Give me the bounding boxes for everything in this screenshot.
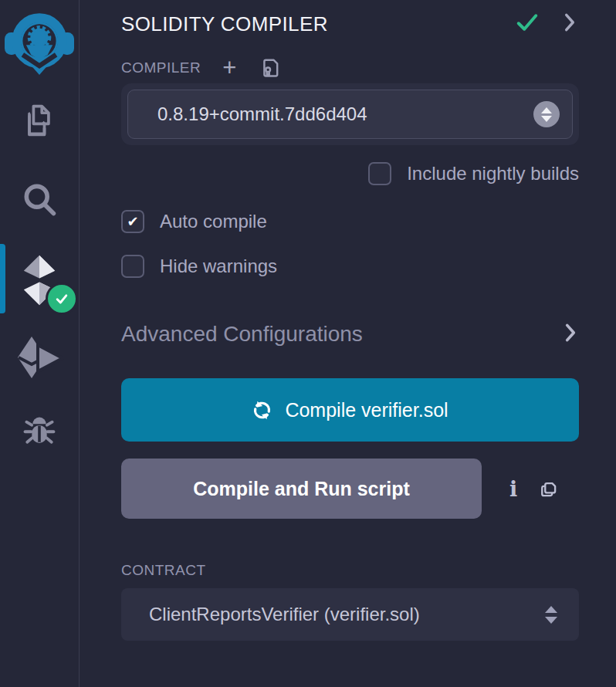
advanced-configurations-toggle[interactable]: Advanced Configurations bbox=[121, 321, 579, 347]
solidity-compiler-icon[interactable] bbox=[10, 250, 69, 310]
debugger-icon[interactable] bbox=[19, 409, 60, 451]
auto-compile-row: ✔ Auto compile bbox=[121, 210, 579, 233]
contract-select-value: ClientReportsVerifier (verifier.sol) bbox=[149, 604, 420, 625]
active-plugin-indicator bbox=[0, 244, 5, 313]
icon-sidebar bbox=[0, 0, 80, 687]
file-explorer-icon[interactable] bbox=[19, 100, 59, 140]
compiler-version-value: 0.8.19+commit.7dd6d404 bbox=[157, 103, 367, 125]
deploy-and-run-icon[interactable] bbox=[15, 337, 64, 380]
include-nightly-checkbox[interactable]: ✔ bbox=[368, 162, 391, 185]
compiler-version-select-wrapper: 0.8.19+commit.7dd6d404 bbox=[121, 83, 579, 145]
copy-icon[interactable] bbox=[537, 477, 560, 500]
compiler-version-select[interactable]: 0.8.19+commit.7dd6d404 bbox=[127, 90, 573, 139]
contract-section-label: CONTRACT bbox=[121, 562, 579, 579]
auto-compile-label[interactable]: Auto compile bbox=[160, 211, 267, 232]
remix-logo[interactable] bbox=[5, 5, 74, 76]
select-arrows-icon bbox=[545, 606, 557, 624]
info-icon[interactable]: i bbox=[509, 477, 517, 501]
include-nightly-label[interactable]: Include nightly builds bbox=[407, 163, 579, 184]
hide-warnings-checkbox[interactable]: ✔ bbox=[121, 255, 144, 278]
refresh-icon bbox=[252, 400, 272, 421]
solidity-compiler-panel: SOLIDITY COMPILER COMPILER + bbox=[80, 0, 616, 687]
compile-button[interactable]: Compile verifier.sol bbox=[121, 378, 579, 442]
compiler-section-label: COMPILER bbox=[121, 59, 201, 76]
compiled-check-icon bbox=[514, 11, 540, 37]
include-nightly-row: ✔ Include nightly builds bbox=[121, 162, 579, 185]
compile-success-badge bbox=[46, 283, 78, 315]
chevron-right-icon bbox=[562, 321, 579, 347]
compiler-section-header: COMPILER + bbox=[121, 56, 579, 80]
select-sort-arrows-icon bbox=[533, 101, 560, 127]
panel-header: SOLIDITY COMPILER bbox=[121, 11, 579, 37]
page-title: SOLIDITY COMPILER bbox=[121, 12, 328, 36]
compile-button-label: Compile verifier.sol bbox=[285, 399, 448, 421]
compiler-license-icon[interactable] bbox=[258, 56, 282, 80]
contract-select[interactable]: ClientReportsVerifier (verifier.sol) bbox=[121, 588, 579, 641]
add-custom-compiler-icon[interactable]: + bbox=[222, 56, 236, 80]
checkmark-icon: ✔ bbox=[127, 215, 138, 228]
search-icon[interactable] bbox=[19, 179, 59, 219]
collapse-panel-chevron-icon[interactable] bbox=[560, 11, 579, 37]
advanced-configurations-label: Advanced Configurations bbox=[121, 322, 363, 347]
hide-warnings-label[interactable]: Hide warnings bbox=[160, 256, 277, 277]
hide-warnings-row: ✔ Hide warnings bbox=[121, 255, 579, 278]
auto-compile-checkbox[interactable]: ✔ bbox=[121, 210, 144, 233]
compile-and-run-button[interactable]: Compile and Run script bbox=[121, 459, 482, 519]
compile-and-run-row: Compile and Run script i bbox=[121, 459, 579, 519]
